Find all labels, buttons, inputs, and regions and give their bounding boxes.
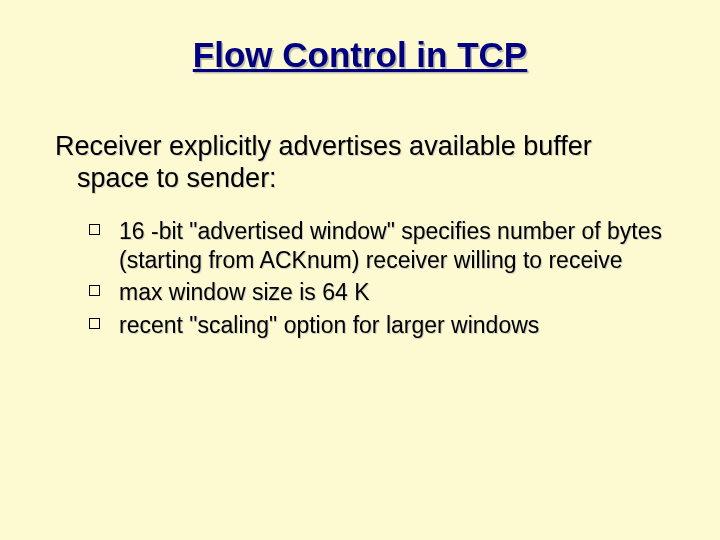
- list-item: max window size is 64 K: [89, 278, 665, 307]
- lead-line-2: space to sender:: [55, 162, 665, 194]
- slide: Flow Control in TCP Receiver explicitly …: [0, 0, 720, 540]
- bullet-list: 16 -bit "advertised window" specifies nu…: [55, 217, 665, 340]
- list-item: recent "scaling" option for larger windo…: [89, 311, 665, 340]
- lead-line-1: Receiver explicitly advertises available…: [55, 131, 592, 161]
- lead-text: Receiver explicitly advertises available…: [55, 130, 665, 195]
- slide-title: Flow Control in TCP: [55, 35, 665, 75]
- list-item: 16 -bit "advertised window" specifies nu…: [89, 217, 665, 275]
